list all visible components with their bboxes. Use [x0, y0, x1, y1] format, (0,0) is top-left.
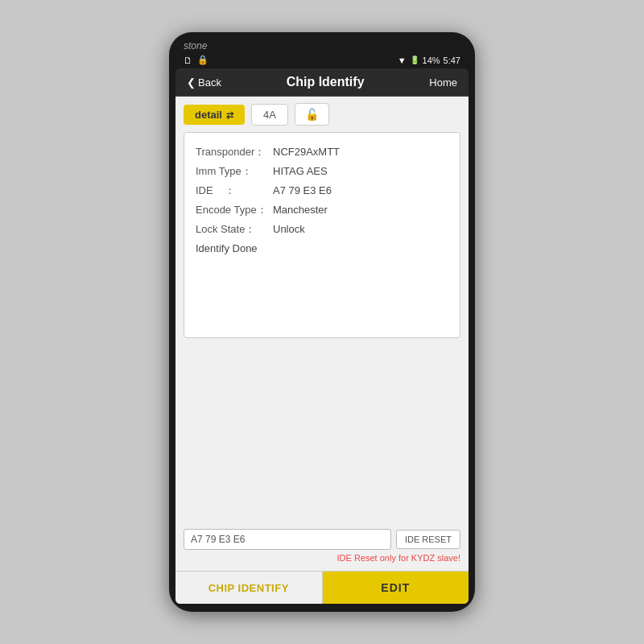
ide-value: A7 79 E3 E6 — [273, 181, 332, 200]
encode-row: Encode Type： Manchester — [196, 200, 448, 220]
content-area: detail 4A 🔓 Transponder： NCF29AxMTT Imm … — [175, 97, 469, 604]
wifi-icon: ▼ — [398, 56, 407, 65]
clock: 5:47 — [444, 56, 460, 65]
encode-value: Manchester — [273, 200, 328, 220]
status-right-icons: ▼ 🔋 14% 5:47 — [398, 56, 460, 65]
tab-lock[interactable]: 🔓 — [295, 103, 329, 126]
imm-type-label: Imm Type： — [196, 162, 273, 181]
transponder-label: Transponder： — [196, 142, 273, 162]
ide-input[interactable] — [184, 529, 391, 550]
detail-tab-label: detail — [195, 109, 222, 121]
transfer-icon — [226, 109, 233, 121]
brand-label: stone — [175, 40, 469, 53]
lock-state-label: Lock State： — [196, 220, 273, 239]
back-label: Back — [198, 76, 221, 89]
top-nav: Back Chip Identify Home — [175, 68, 469, 97]
lock-icon: 🔒 — [197, 55, 208, 65]
tab-4a[interactable]: 4A — [251, 104, 288, 126]
ide-row-info: IDE ： A7 79 E3 E6 — [196, 181, 448, 200]
lock-state-row: Lock State： Unlock — [196, 220, 448, 239]
file-icon: 🗋 — [184, 56, 192, 65]
lock-open-icon: 🔓 — [305, 108, 319, 121]
status-left-icons: 🗋 🔒 — [184, 55, 208, 65]
transponder-value: NCF29AxMTT — [273, 142, 340, 162]
tab-row: detail 4A 🔓 — [175, 97, 469, 132]
identify-done-row: Identify Done — [196, 239, 448, 258]
ide-input-row: IDE RESET — [184, 529, 460, 550]
content-spacer — [175, 338, 469, 523]
battery-icon: 🔋 — [410, 56, 419, 64]
identify-done-text: Identify Done — [196, 239, 258, 258]
action-row: CHIP IDENTIFY EDIT — [175, 571, 469, 604]
app-screen: Back Chip Identify Home detail 4A 🔓 — [175, 68, 469, 604]
imm-type-value: HITAG AES — [273, 162, 328, 181]
transponder-row: Transponder： NCF29AxMTT — [196, 142, 448, 162]
ide-label: IDE ： — [196, 181, 273, 200]
lock-state-value: Unlock — [273, 220, 305, 239]
back-button[interactable]: Back — [187, 76, 221, 89]
ide-reset-button[interactable]: IDE RESET — [396, 530, 460, 549]
bottom-bar: IDE RESET IDE Reset only for KYDZ slave! — [175, 522, 469, 571]
chip-info-box: Transponder： NCF29AxMTT Imm Type： HITAG … — [184, 132, 460, 338]
chevron-left-icon — [187, 76, 196, 89]
battery-percent: 14% — [423, 56, 440, 65]
tab-detail[interactable]: detail — [184, 105, 245, 125]
edit-button[interactable]: EDIT — [323, 572, 469, 604]
phone-frame: stone 🗋 🔒 ▼ 🔋 14% 5:47 Back Chip Identif… — [169, 32, 475, 612]
chip-identify-button[interactable]: CHIP IDENTIFY — [175, 572, 323, 604]
home-button[interactable]: Home — [429, 76, 457, 89]
tab-4a-label: 4A — [263, 109, 276, 121]
imm-type-row: Imm Type： HITAG AES — [196, 162, 448, 181]
kydz-note: IDE Reset only for KYDZ slave! — [184, 553, 460, 563]
page-title: Chip Identify — [287, 75, 365, 89]
encode-label: Encode Type： — [196, 200, 273, 220]
status-bar: 🗋 🔒 ▼ 🔋 14% 5:47 — [175, 53, 469, 68]
